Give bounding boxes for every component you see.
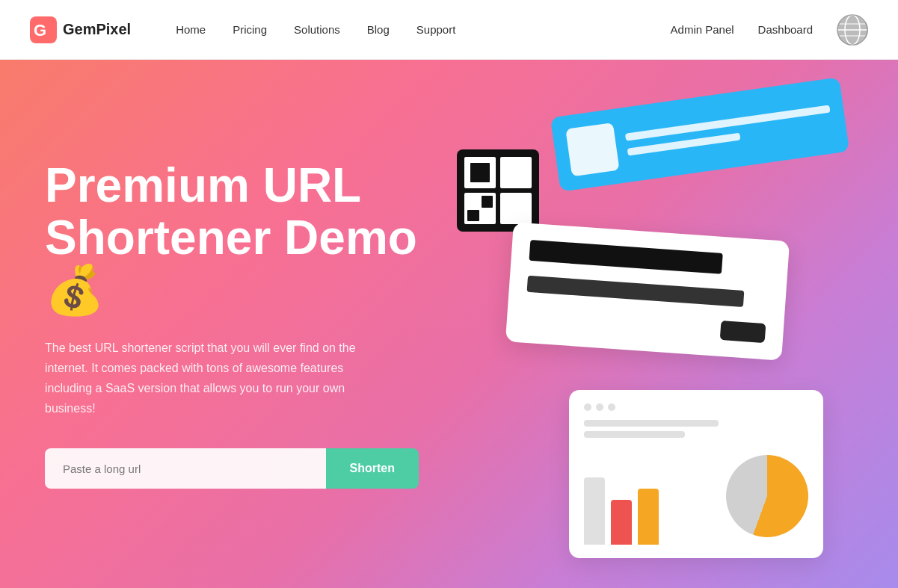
dashboard-link[interactable]: Dashboard: [758, 23, 813, 36]
card-photo-placeholder: [565, 123, 619, 176]
credit-card: [505, 222, 790, 360]
logo-icon: G: [30, 16, 57, 43]
card-bottom: [524, 307, 766, 343]
header: G GemPixel Home Pricing Solutions Blog S…: [0, 0, 898, 60]
window-dots: [584, 403, 808, 411]
url-input[interactable]: [45, 448, 326, 489]
dot-3: [608, 403, 615, 411]
header-right: Admin Panel Dashboard: [671, 14, 868, 46]
ac-text-lines: [584, 420, 808, 438]
card-chip: [720, 321, 766, 343]
dot-1: [584, 403, 591, 411]
bar-chart: [584, 447, 714, 545]
hero-section: Premium URL Shortener Demo 💰 The best UR…: [0, 60, 898, 588]
ac-text-line-2: [584, 431, 685, 438]
nav-support[interactable]: Support: [416, 23, 456, 36]
nav-home[interactable]: Home: [176, 23, 206, 36]
hero-content: Premium URL Shortener Demo 💰 The best UR…: [45, 159, 434, 489]
card-lines: [625, 105, 832, 156]
bar-1: [584, 477, 605, 545]
url-shortener-form: Shorten: [45, 448, 419, 489]
nav-blog[interactable]: Blog: [367, 23, 390, 36]
pie-chart: [726, 455, 808, 537]
admin-panel-link[interactable]: Admin Panel: [671, 23, 734, 36]
ac-text-line-1: [584, 420, 719, 427]
main-nav: Home Pricing Solutions Blog Support: [176, 23, 670, 36]
qr-cell-br: [500, 193, 532, 224]
logo-text: GemPixel: [63, 21, 131, 38]
blue-id-card: [550, 77, 849, 191]
analytics-body: [584, 447, 808, 545]
qr-cell-bl: [464, 193, 496, 224]
analytics-card: [569, 390, 823, 558]
svg-text:G: G: [34, 21, 46, 40]
qr-code-card: [457, 149, 539, 232]
card-stripe-top: [529, 240, 722, 274]
bar-3: [638, 489, 659, 545]
qr-cell-tr: [500, 157, 532, 188]
dot-2: [596, 403, 603, 411]
bar-1-wrap: [584, 448, 605, 545]
bar-2-wrap: [611, 448, 632, 545]
qr-cell-tl: [464, 157, 496, 188]
hero-title: Premium URL Shortener Demo 💰: [45, 159, 434, 317]
hero-description: The best URL shortener script that you w…: [45, 338, 389, 419]
nav-solutions[interactable]: Solutions: [294, 23, 340, 36]
bar-3-wrap: [638, 448, 659, 545]
user-avatar[interactable]: [837, 14, 868, 46]
hero-illustrations: [434, 60, 898, 588]
card-stripe-mid: [527, 276, 745, 307]
shorten-button[interactable]: Shorten: [326, 448, 419, 489]
globe-icon: [837, 14, 868, 46]
nav-pricing[interactable]: Pricing: [233, 23, 267, 36]
logo[interactable]: G GemPixel: [30, 16, 131, 43]
bar-2: [611, 500, 632, 545]
